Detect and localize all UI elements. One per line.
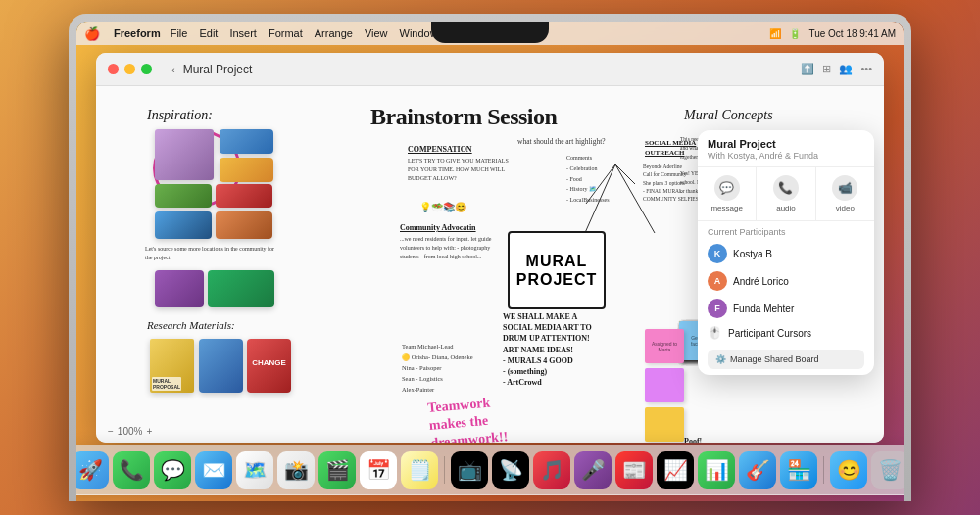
dock-icon-facetime[interactable]: 🎬 <box>318 451 356 489</box>
zoom-value: 100% <box>118 426 143 437</box>
avatar-funda: F <box>708 299 727 318</box>
battery-icon: 🔋 <box>789 28 801 39</box>
postit-pink-1: Assigned toMarta <box>645 329 684 363</box>
photo-5 <box>216 184 272 208</box>
message-icon: 💬 <box>714 175 740 201</box>
collab-subtitle: With Kostya, André & Funda <box>708 151 864 161</box>
notch <box>431 22 549 43</box>
menu-view[interactable]: View <box>365 27 388 39</box>
app-name[interactable]: Freeform <box>114 27 161 39</box>
name-andre: André Lorico <box>733 276 789 287</box>
canvas-area[interactable]: Brainstorm Session Inspiration: <box>96 86 884 443</box>
dock-icon-calendar[interactable]: 📅 <box>360 451 397 489</box>
menu-format[interactable]: Format <box>269 27 303 39</box>
message-label: message <box>710 204 742 212</box>
zoom-minus[interactable]: − <box>108 426 114 437</box>
grid-icon[interactable]: ⊞ <box>822 63 831 75</box>
avatar-andre: A <box>708 271 727 291</box>
team-list: Team Michael-Lead 🟡 Orisha- Diana, Odene… <box>402 341 473 395</box>
compensation-text: LET'S TRY TO GIVE YOU MATERIALS FOR YOUR… <box>408 157 515 183</box>
manage-label: Manage Shared Board <box>730 354 819 364</box>
more-icon[interactable]: ••• <box>860 63 872 75</box>
share-icon[interactable]: ⬆️ <box>801 63 814 75</box>
poof-text: Poof! <box>684 437 702 443</box>
svg-line-3 <box>615 164 635 184</box>
message-btn[interactable]: 💬 message <box>698 167 757 220</box>
video-label: video <box>836 204 855 212</box>
dock-icon-photos[interactable]: 📸 <box>277 451 315 489</box>
dock-icon-tv[interactable]: 📺 <box>451 451 488 489</box>
window-title: Mural Project <box>183 63 253 76</box>
dock-icon-podcasts[interactable]: 🎤 <box>574 451 612 489</box>
collab-icon[interactable]: 👥 <box>839 63 853 75</box>
screen-content: 🍎 Freeform File Edit Insert Format Arran… <box>76 22 904 501</box>
manage-icon: ⚙️ <box>715 354 726 364</box>
brainstorm-title: Brainstorm Session <box>370 104 557 130</box>
dock-icon-news[interactable]: 📰 <box>615 451 653 489</box>
zoom-control[interactable]: − 100% + <box>108 426 152 437</box>
video-icon: 📹 <box>832 175 858 201</box>
manage-board-btn[interactable]: ⚙️ Manage Shared Board <box>708 350 864 369</box>
macbook-shell: 🍎 Freeform File Edit Insert Format Arran… <box>69 14 911 501</box>
dock-icon-appstore[interactable]: 🏪 <box>780 451 817 489</box>
menu-arrange[interactable]: Arrange <box>315 27 353 39</box>
postit-pink-2 <box>645 368 684 402</box>
compensation-label: COMPENSATION <box>408 145 472 154</box>
window-titlebar: ‹ Mural Project ⬆️ ⊞ 👥 ••• <box>96 53 884 86</box>
dock-icon-numbers[interactable]: 📊 <box>698 451 735 489</box>
audio-label: audio <box>776 204 796 212</box>
research-label: Research Materials: <box>147 319 235 331</box>
photo-7 <box>216 211 272 239</box>
research-3: CHANGE <box>247 339 291 393</box>
close-button[interactable] <box>108 64 119 74</box>
audio-icon: 📞 <box>773 175 799 201</box>
zoom-button[interactable] <box>141 64 152 74</box>
dock-icon-trash[interactable]: 🗑️ <box>871 451 904 489</box>
dock-icon-maps[interactable]: 🗺️ <box>236 451 273 489</box>
dock-icon-notes[interactable]: 🗒️ <box>401 451 438 489</box>
community-label: Community Advocatin <box>400 223 476 232</box>
back-icon[interactable]: ‹ <box>172 64 175 75</box>
apple-logo: 🍎 <box>84 26 100 41</box>
dock-separator-2 <box>823 456 824 484</box>
menu-file[interactable]: File <box>171 27 188 39</box>
avatar-kostya: K <box>708 244 727 263</box>
social-art-text: WE SHALL MAKE A SOCIAL MEDIA ART TO DRUM… <box>503 311 630 388</box>
dock-icon-mail[interactable]: ✉️ <box>195 451 232 489</box>
datetime: Tue Oct 18 9:41 AM <box>808 28 896 39</box>
photo-3 <box>220 158 273 182</box>
wifi-icon: 📶 <box>769 28 781 39</box>
dock-separator-1 <box>444 456 445 484</box>
participant-funda: F Funda Mehter <box>698 295 874 322</box>
research-1: MURALPROPOSAL <box>150 339 194 393</box>
mural-project-box: MURALPROJECT <box>508 231 606 309</box>
screen-bezel: 🍎 Freeform File Edit Insert Format Arran… <box>76 22 904 501</box>
dock-icon-music[interactable]: 🎵 <box>533 451 570 489</box>
dock-icon-messages[interactable]: 💬 <box>154 451 191 489</box>
photo-9 <box>208 270 274 307</box>
photo-6 <box>155 211 212 239</box>
collab-actions: 💬 message 📞 audio 📹 video <box>698 167 874 221</box>
menu-edit[interactable]: Edit <box>199 27 218 39</box>
participants-label: Current Participants <box>698 221 874 240</box>
dock-icon-phone[interactable]: 📞 <box>113 451 150 489</box>
menu-insert[interactable]: Insert <box>229 27 257 39</box>
zoom-plus[interactable]: + <box>146 426 152 437</box>
dock: 🚀 📞 💬 ✉️ 🗺️ 📸 🎬 📅 🗒️ 📺 📡 🎵 🎤 📰 📈 📊 🎸 🏪 <box>76 445 904 495</box>
audio-btn[interactable]: 📞 audio <box>757 167 815 220</box>
photo-4 <box>155 184 212 208</box>
dock-icon-finder[interactable]: 😊 <box>830 451 867 489</box>
participant-andre: A André Lorico <box>698 267 874 295</box>
dock-icon-launchpad[interactable]: 🚀 <box>76 451 109 489</box>
participant-kostya: K Kostya B <box>698 240 874 267</box>
photo-1 <box>155 129 214 180</box>
minimize-button[interactable] <box>124 64 135 74</box>
dock-icon-stocks[interactable]: 📈 <box>657 451 694 489</box>
mural-concepts-label: Mural Concepts <box>684 108 773 123</box>
traffic-lights <box>108 64 152 74</box>
dock-icon-appletv[interactable]: 📡 <box>492 451 529 489</box>
dock-icon-keynote[interactable]: 🎸 <box>739 451 776 489</box>
video-btn[interactable]: 📹 video <box>816 167 874 220</box>
bottom-toolbar: − 100% + <box>108 426 872 437</box>
name-kostya: Kostya B <box>733 249 772 259</box>
